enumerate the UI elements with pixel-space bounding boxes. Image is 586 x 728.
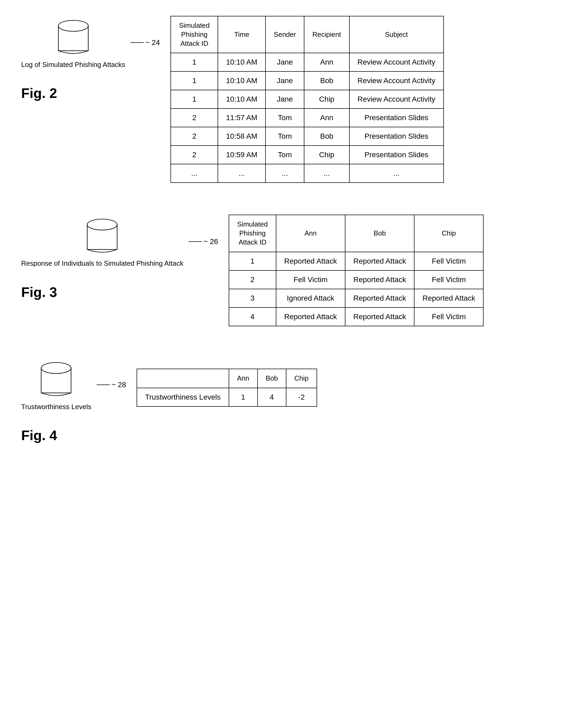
table-cell: Tom (265, 146, 304, 164)
fig4-left: Trustworthiness Levels ~ 28 Fig. 4 (21, 358, 126, 443)
table-cell: Ann (304, 53, 349, 72)
fig2-col-header-3: Recipient (304, 16, 349, 53)
table-row: 1Reported AttackReported AttackFell Vict… (229, 252, 483, 270)
fig4-cylinder-label: Trustworthiness Levels (21, 402, 91, 412)
table-cell: Review Account Activity (349, 53, 443, 72)
table-cell: 2 (171, 127, 218, 146)
table-cell: 10:59 AM (218, 146, 265, 164)
fig3-section: Response of Individuals to Simulated Phi… (21, 215, 565, 326)
table-cell: Tom (265, 108, 304, 127)
table-row: ............... (171, 164, 443, 183)
fig2-col-header-1: Time (218, 16, 265, 53)
fig2-col-header-4: Subject (349, 16, 443, 53)
table-cell: 4 (257, 388, 286, 407)
fig2-cylinder-group: Log of Simulated Phishing Attacks ~ 24 (21, 16, 160, 69)
table-cell: 10:10 AM (218, 53, 265, 72)
fig4-label: Fig. 4 (21, 427, 57, 443)
table-cell: 10:10 AM (218, 72, 265, 90)
table-cell: Chip (304, 146, 349, 164)
fig3-left: Response of Individuals to Simulated Phi… (21, 215, 218, 300)
table-cell: Reported Attack (414, 289, 483, 308)
fig3-col-header-3: Chip (414, 215, 483, 252)
table-row: 211:57 AMTomAnnPresentation Slides (171, 108, 443, 127)
fig2-cylinder-label: Log of Simulated Phishing Attacks (21, 60, 125, 69)
table-cell: Bob (304, 127, 349, 146)
fig3-col-header-0: SimulatedPhishingAttack ID (229, 215, 276, 252)
table-row: 210:58 AMTomBobPresentation Slides (171, 127, 443, 146)
table-cell: Presentation Slides (349, 108, 443, 127)
table-row: 4Reported AttackReported AttackFell Vict… (229, 308, 483, 326)
table-row: 2Fell VictimReported AttackFell Victim (229, 270, 483, 289)
fig4-cylinder-id: ~ 28 (111, 381, 126, 389)
table-row: 110:10 AMJaneAnnReview Account Activity (171, 53, 443, 72)
fig4-col-header-0 (137, 369, 229, 388)
table-cell: ... (218, 164, 265, 183)
table-cell: Review Account Activity (349, 90, 443, 108)
fig2-cylinder-label-group: Log of Simulated Phishing Attacks (21, 16, 125, 69)
fig4-col-header-3: Chip (286, 369, 316, 388)
table-cell: 2 (171, 108, 218, 127)
table-row: 210:59 AMTomChipPresentation Slides (171, 146, 443, 164)
table-cell: Tom (265, 127, 304, 146)
table-cell: 11:57 AM (218, 108, 265, 127)
fig3-cylinder-label-group: Response of Individuals to Simulated Phi… (21, 215, 183, 268)
fig3-cylinder-id: ~ 26 (204, 237, 218, 246)
table-row: 110:10 AMJaneChipReview Account Activity (171, 90, 443, 108)
table-cell: 1 (229, 252, 276, 270)
table-row: 110:10 AMJaneBobReview Account Activity (171, 72, 443, 90)
table-cell: Reported Attack (345, 308, 414, 326)
table-cell: Trustworthiness Levels (137, 388, 229, 407)
table-cell: Ann (304, 108, 349, 127)
fig4-connector-line (97, 385, 110, 385)
fig3-table-container: SimulatedPhishingAttack ID Ann Bob Chip … (229, 215, 484, 326)
table-cell: 3 (229, 289, 276, 308)
table-cell: Presentation Slides (349, 127, 443, 146)
fig2-table-container: SimulatedPhishingAttack ID Time Sender R… (171, 16, 443, 183)
table-cell: ... (171, 164, 218, 183)
table-row: Trustworthiness Levels14-2 (137, 388, 316, 407)
table-cell: Fell Victim (414, 252, 483, 270)
table-cell: 10:10 AM (218, 90, 265, 108)
svg-point-5 (41, 363, 71, 373)
table-cell: 2 (171, 146, 218, 164)
fig3-cylinder-group: Response of Individuals to Simulated Phi… (21, 215, 218, 268)
fig3-connector-line (189, 241, 202, 242)
table-cell: ... (304, 164, 349, 183)
fig4-table-container: Ann Bob Chip Trustworthiness Levels14-2 (136, 369, 317, 407)
fig4-col-header-2: Bob (257, 369, 286, 388)
table-cell: 1 (171, 90, 218, 108)
fig4-cylinder-icon (37, 358, 75, 400)
table-cell: Reported Attack (345, 270, 414, 289)
fig3-label: Fig. 3 (21, 284, 57, 300)
table-cell: Reported Attack (345, 289, 414, 308)
fig2-left: Log of Simulated Phishing Attacks ~ 24 F… (21, 16, 160, 101)
table-cell: Bob (304, 72, 349, 90)
table-cell: Reported Attack (345, 252, 414, 270)
fig4-col-header-1: Ann (229, 369, 257, 388)
fig4-cylinder-group: Trustworthiness Levels ~ 28 (21, 358, 126, 412)
fig2-section: Log of Simulated Phishing Attacks ~ 24 F… (21, 16, 565, 183)
svg-point-3 (87, 219, 117, 230)
table-cell: 1 (171, 53, 218, 72)
table-cell: Fell Victim (276, 270, 345, 289)
fig3-col-header-2: Bob (345, 215, 414, 252)
fig4-cylinder-label-group: Trustworthiness Levels (21, 358, 91, 412)
table-cell: 10:58 AM (218, 127, 265, 146)
table-cell: Jane (265, 90, 304, 108)
fig2-col-header-2: Sender (265, 16, 304, 53)
fig2-cylinder-id: ~ 24 (145, 38, 160, 47)
fig2-connector-line (130, 42, 144, 43)
table-cell: 1 (171, 72, 218, 90)
fig3-table: SimulatedPhishingAttack ID Ann Bob Chip … (229, 215, 484, 326)
fig3-cylinder-icon (84, 215, 121, 257)
table-cell: Presentation Slides (349, 146, 443, 164)
svg-point-1 (58, 20, 88, 31)
table-cell: -2 (286, 388, 316, 407)
fig4-connector: ~ 28 (97, 381, 126, 389)
table-cell: Fell Victim (414, 308, 483, 326)
table-cell: Ignored Attack (276, 289, 345, 308)
fig2-label: Fig. 2 (21, 85, 57, 101)
table-cell: 2 (229, 270, 276, 289)
fig3-cylinder-label: Response of Individuals to Simulated Phi… (21, 259, 183, 268)
table-cell: ... (349, 164, 443, 183)
